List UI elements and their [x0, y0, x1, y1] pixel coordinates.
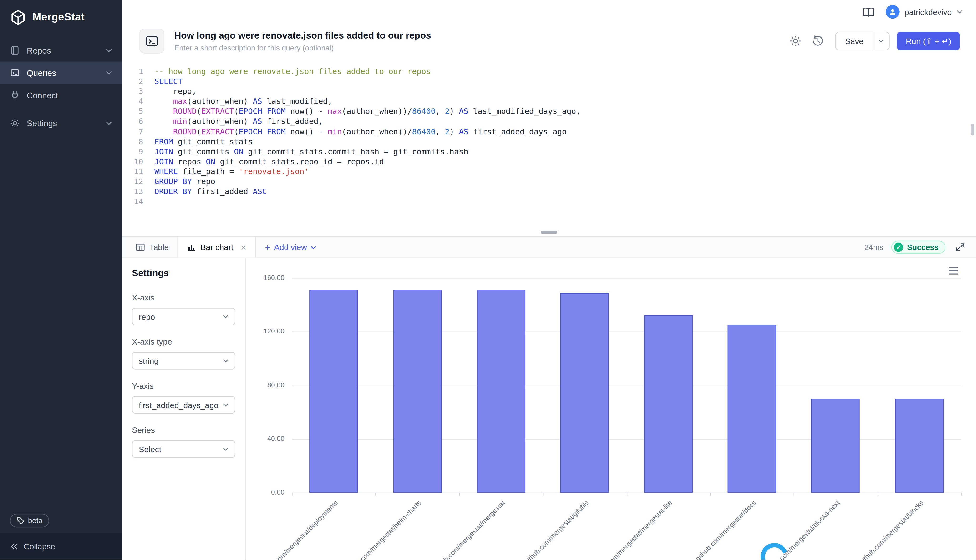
tab-label: Bar chart [201, 243, 233, 252]
line-number: 8 [122, 137, 143, 147]
run-query-button[interactable]: Run (⇧ + ↵) [897, 32, 960, 50]
tab-table[interactable]: Table [127, 237, 177, 257]
y-axis-tick-label: 120.00 [246, 327, 284, 335]
bar[interactable] [393, 290, 442, 493]
chevron-down-icon [223, 403, 229, 407]
code-line[interactable]: 10JOIN repos ON git_commit_stats.repo_id… [122, 157, 976, 167]
code-line[interactable]: 11WHERE file_path = 'renovate.json' [122, 167, 976, 177]
query-header: How long ago were renovate.json files ad… [122, 23, 976, 58]
x-axis-tick [376, 493, 376, 496]
username: patrickdevivo [904, 7, 952, 17]
editor-scrollbar[interactable] [971, 124, 974, 136]
bar[interactable] [644, 315, 693, 493]
chevron-down-icon [223, 359, 229, 363]
y-axis-select[interactable]: first_added_days_ago [132, 396, 236, 413]
x-axis-tick [710, 493, 711, 496]
code-text: ROUND(EXTRACT(EPOCH FROM now() - min(aut… [154, 127, 567, 137]
mergestat-app: MergeStat Repos Q [0, 0, 976, 560]
code-text: SELECT [154, 77, 182, 87]
x-axis-type-select[interactable]: string [132, 352, 236, 370]
code-line[interactable]: 2SELECT [122, 77, 976, 87]
series-select[interactable]: Select [132, 440, 236, 458]
code-text: GROUP BY repo [154, 177, 216, 187]
code-line[interactable]: 12GROUP BY repo [122, 177, 976, 187]
bar[interactable] [477, 290, 525, 493]
query-description-input[interactable]: Enter a short description for this query… [174, 43, 431, 52]
close-tab-icon[interactable]: × [241, 243, 246, 252]
collapse-sidebar-button[interactable]: Collapse [0, 533, 122, 560]
code-line[interactable]: 8FROM git_commit_stats [122, 137, 976, 147]
bar-chart: 0.0040.0080.00120.00160.00github.com/mer… [246, 258, 976, 560]
pane-resize-handle[interactable] [541, 231, 557, 234]
x-axis-tick [877, 493, 878, 496]
query-duration: 24ms [864, 243, 884, 252]
x-axis-tick [543, 493, 543, 496]
query-history-icon[interactable] [810, 33, 825, 48]
expand-results-icon[interactable] [954, 241, 967, 254]
code-line[interactable]: 4 max(author_when) AS last_modified, [122, 97, 976, 107]
bar[interactable] [811, 399, 860, 493]
docs-book-icon[interactable] [861, 5, 876, 19]
series-label: Series [132, 425, 236, 435]
topbar: patrickdevivo [122, 0, 976, 23]
bar[interactable] [309, 290, 358, 493]
account-menu[interactable]: patrickdevivo [886, 5, 963, 18]
line-number: 4 [122, 97, 143, 107]
line-number: 13 [122, 187, 143, 197]
code-line[interactable]: 6 min(author_when) AS first_added, [122, 117, 976, 127]
save-button[interactable]: Save [835, 32, 874, 50]
code-line[interactable]: 3 repo, [122, 87, 976, 97]
gridline [292, 332, 961, 332]
table-icon [135, 243, 145, 252]
sidebar-item-connect[interactable]: Connect [0, 84, 122, 107]
query-settings-gear-icon[interactable] [788, 33, 803, 48]
select-value: first_added_days_ago [139, 400, 219, 410]
bar[interactable] [895, 399, 944, 493]
sidebar-item-queries[interactable]: Queries [0, 62, 122, 84]
chevron-down-icon [223, 447, 229, 451]
chart-menu-icon[interactable] [949, 267, 959, 275]
code-line[interactable]: 5 ROUND(EXTRACT(EPOCH FROM now() - max(a… [122, 107, 976, 117]
bar[interactable] [728, 325, 776, 493]
gridline [292, 439, 961, 440]
brand[interactable]: MergeStat [0, 0, 122, 39]
y-axis-label: Y-axis [132, 381, 236, 390]
bar[interactable] [560, 293, 609, 493]
save-options-caret[interactable] [874, 32, 890, 50]
x-axis-label: X-axis [132, 293, 236, 302]
x-axis-tick-label: github.com/mergestat/mergestat-lite [591, 499, 674, 560]
sql-editor[interactable]: 1-- how long ago were renovate.json file… [122, 67, 976, 230]
results-toolbar: Table Bar chart × + Add view 24ms [122, 237, 976, 258]
x-axis-tick [459, 493, 460, 496]
code-line[interactable]: 13ORDER BY first_added ASC [122, 187, 976, 197]
code-line[interactable]: 9JOIN git_commits ON git_commit_stats.co… [122, 147, 976, 157]
chevron-down-icon [106, 71, 112, 75]
x-axis-select[interactable]: repo [132, 308, 236, 325]
queries-icon [10, 68, 20, 78]
connect-icon [10, 90, 20, 100]
avatar [886, 5, 899, 18]
code-line[interactable]: 7 ROUND(EXTRACT(EPOCH FROM now() - min(a… [122, 127, 976, 137]
add-view-label: Add view [274, 243, 307, 252]
sidebar-item-repos[interactable]: Repos [0, 39, 122, 62]
line-number: 5 [122, 107, 143, 117]
save-button-group: Save [835, 32, 890, 50]
sidebar-nav: Repos Queries [0, 39, 122, 135]
check-icon: ✓ [894, 243, 903, 252]
brand-name: MergeStat [32, 11, 85, 23]
chevron-down-icon [106, 121, 112, 125]
code-text: -- how long ago were renovate.json files… [154, 67, 431, 77]
x-axis-tick [794, 493, 794, 496]
line-number: 12 [122, 177, 143, 187]
code-line[interactable]: 1-- how long ago were renovate.json file… [122, 67, 976, 77]
status-label: Success [907, 243, 939, 252]
query-title[interactable]: How long ago were renovate.json files ad… [174, 30, 431, 40]
x-axis-tick-label: github.com/mergestat/helm-charts [344, 499, 423, 560]
code-text: max(author_when) AS last_modified, [154, 97, 333, 107]
x-axis-type-label: X-axis type [132, 337, 236, 347]
tab-bar-chart[interactable]: Bar chart × [177, 237, 256, 257]
add-view-button[interactable]: + Add view [256, 237, 326, 257]
sidebar-item-settings[interactable]: Settings [0, 112, 122, 134]
code-line[interactable]: 14 [122, 197, 976, 207]
results-content: Settings X-axis repo X-axis type string … [122, 258, 976, 560]
